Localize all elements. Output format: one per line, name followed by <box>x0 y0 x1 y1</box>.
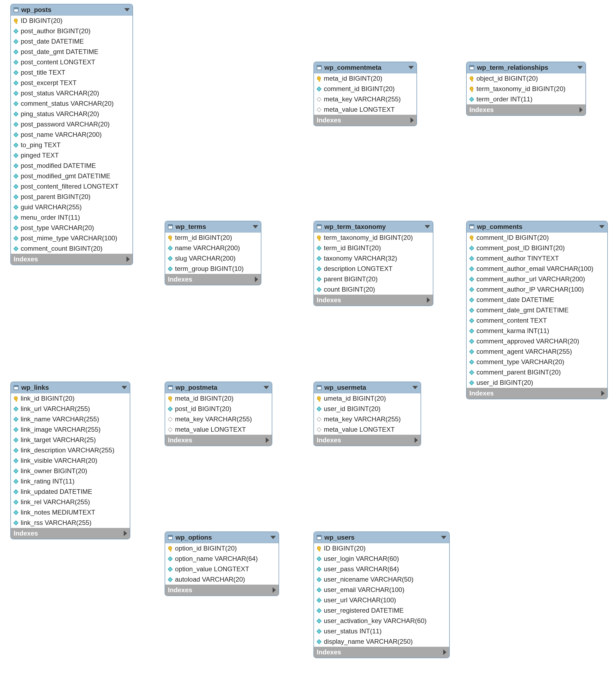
chevron-right-icon[interactable] <box>124 531 127 536</box>
column-row[interactable]: post_mime_type VARCHAR(100) <box>11 233 132 243</box>
column-row[interactable]: user_url VARCHAR(100) <box>314 595 449 605</box>
column-row[interactable]: post_modified DATETIME <box>11 160 132 171</box>
column-row[interactable]: link_owner BIGINT(20) <box>11 466 130 476</box>
column-row[interactable]: comment_author TINYTEXT <box>467 253 607 263</box>
indexes-bar[interactable]: Indexes <box>165 435 272 446</box>
column-row[interactable]: comment_id BIGINT(20) <box>314 84 416 94</box>
chevron-down-icon[interactable] <box>408 66 414 69</box>
column-row[interactable]: meta_id BIGINT(20) <box>165 393 272 404</box>
chevron-right-icon[interactable] <box>415 437 418 443</box>
column-row[interactable]: ID BIGINT(20) <box>11 15 132 26</box>
column-row[interactable]: comment_type VARCHAR(20) <box>467 357 607 367</box>
table-wp_posts[interactable]: wp_postsID BIGINT(20)post_author BIGINT(… <box>10 4 133 265</box>
column-row[interactable]: comment_approved VARCHAR(20) <box>467 336 607 346</box>
indexes-bar[interactable]: Indexes <box>467 104 586 115</box>
chevron-down-icon[interactable] <box>441 536 446 539</box>
column-row[interactable]: meta_value LONGTEXT <box>314 424 421 435</box>
column-row[interactable]: post_status VARCHAR(20) <box>11 88 132 98</box>
column-row[interactable]: comment_agent VARCHAR(255) <box>467 346 607 357</box>
chevron-right-icon[interactable] <box>443 650 446 655</box>
table-wp_links[interactable]: wp_linkslink_id BIGINT(20)link_url VARCH… <box>10 381 130 539</box>
indexes-bar[interactable]: Indexes <box>314 435 421 446</box>
column-row[interactable]: option_name VARCHAR(64) <box>165 554 279 564</box>
column-row[interactable]: term_order INT(11) <box>467 94 586 104</box>
indexes-bar[interactable]: Indexes <box>165 585 279 595</box>
column-row[interactable]: user_nicename VARCHAR(50) <box>314 574 449 585</box>
column-row[interactable]: comment_karma INT(11) <box>467 326 607 336</box>
column-row[interactable]: post_author BIGINT(20) <box>11 26 132 36</box>
column-row[interactable]: description LONGTEXT <box>314 263 433 274</box>
column-row[interactable]: name VARCHAR(200) <box>165 243 261 253</box>
column-row[interactable]: user_id BIGINT(20) <box>314 404 421 414</box>
column-row[interactable]: meta_key VARCHAR(255) <box>165 414 272 424</box>
table-header[interactable]: wp_posts <box>11 4 132 15</box>
column-row[interactable]: comment_post_ID BIGINT(20) <box>467 243 607 253</box>
column-row[interactable]: post_title TEXT <box>11 67 132 78</box>
table-header[interactable]: wp_postmeta <box>165 382 272 393</box>
chevron-down-icon[interactable] <box>264 386 269 389</box>
indexes-bar[interactable]: Indexes <box>165 274 261 285</box>
column-row[interactable]: meta_value LONGTEXT <box>165 424 272 435</box>
column-row[interactable]: comment_author_email VARCHAR(100) <box>467 263 607 274</box>
column-row[interactable]: link_target VARCHAR(25) <box>11 435 130 445</box>
column-row[interactable]: link_rss VARCHAR(255) <box>11 518 130 528</box>
chevron-down-icon[interactable] <box>271 536 276 539</box>
column-row[interactable]: post_parent BIGINT(20) <box>11 192 132 202</box>
column-row[interactable]: link_rating INT(11) <box>11 476 130 486</box>
column-row[interactable]: comment_count BIGINT(20) <box>11 243 132 254</box>
column-row[interactable]: meta_id BIGINT(20) <box>314 73 416 84</box>
column-row[interactable]: user_email VARCHAR(100) <box>314 585 449 595</box>
chevron-down-icon[interactable] <box>412 386 418 389</box>
column-row[interactable]: term_group BIGINT(10) <box>165 263 261 274</box>
column-row[interactable]: to_ping TEXT <box>11 140 132 150</box>
column-row[interactable]: user_activation_key VARCHAR(60) <box>314 616 449 626</box>
indexes-bar[interactable]: Indexes <box>314 647 449 658</box>
column-row[interactable]: comment_author_IP VARCHAR(100) <box>467 284 607 295</box>
column-row[interactable]: link_name VARCHAR(255) <box>11 414 130 424</box>
table-header[interactable]: wp_term_relationships <box>467 62 586 73</box>
column-row[interactable]: menu_order INT(11) <box>11 212 132 223</box>
column-row[interactable]: post_modified_gmt DATETIME <box>11 171 132 181</box>
column-row[interactable]: post_content_filtered LONGTEXT <box>11 181 132 192</box>
chevron-down-icon[interactable] <box>124 8 130 11</box>
table-header[interactable]: wp_comments <box>467 221 607 232</box>
column-row[interactable]: post_name VARCHAR(200) <box>11 129 132 140</box>
column-row[interactable]: ping_status VARCHAR(20) <box>11 109 132 119</box>
column-row[interactable]: link_id BIGINT(20) <box>11 393 130 404</box>
column-row[interactable]: user_registered DATETIME <box>314 605 449 616</box>
column-row[interactable]: link_updated DATETIME <box>11 486 130 497</box>
table-header[interactable]: wp_links <box>11 382 130 393</box>
column-row[interactable]: display_name VARCHAR(250) <box>314 637 449 647</box>
chevron-down-icon[interactable] <box>599 225 605 228</box>
table-wp_commentmeta[interactable]: wp_commentmetameta_id BIGINT(20)comment_… <box>313 62 417 126</box>
chevron-down-icon[interactable] <box>425 225 430 228</box>
chevron-right-icon[interactable] <box>266 437 269 443</box>
column-row[interactable]: comment_status VARCHAR(20) <box>11 98 132 109</box>
table-wp_terms[interactable]: wp_termsterm_id BIGINT(20)name VARCHAR(2… <box>165 221 262 286</box>
table-wp_postmeta[interactable]: wp_postmetameta_id BIGINT(20)post_id BIG… <box>165 381 272 446</box>
column-row[interactable]: user_pass VARCHAR(64) <box>314 564 449 574</box>
chevron-down-icon[interactable] <box>122 386 127 389</box>
chevron-right-icon[interactable] <box>601 390 605 396</box>
column-row[interactable]: post_content LONGTEXT <box>11 57 132 67</box>
table-wp_usermeta[interactable]: wp_usermetaumeta_id BIGINT(20)user_id BI… <box>313 381 421 446</box>
column-row[interactable]: comment_ID BIGINT(20) <box>467 232 607 243</box>
column-row[interactable]: link_rel VARCHAR(255) <box>11 497 130 507</box>
column-row[interactable]: comment_author_url VARCHAR(200) <box>467 274 607 284</box>
column-row[interactable]: post_date_gmt DATETIME <box>11 46 132 57</box>
column-row[interactable]: meta_key VARCHAR(255) <box>314 414 421 424</box>
column-row[interactable]: object_id BIGINT(20) <box>467 73 586 84</box>
column-row[interactable]: term_taxonomy_id BIGINT(20) <box>467 84 586 94</box>
column-row[interactable]: meta_key VARCHAR(255) <box>314 94 416 104</box>
column-row[interactable]: link_visible VARCHAR(20) <box>11 455 130 466</box>
indexes-bar[interactable]: Indexes <box>11 528 130 539</box>
column-row[interactable]: post_date DATETIME <box>11 36 132 46</box>
column-row[interactable]: option_id BIGINT(20) <box>165 543 279 554</box>
column-row[interactable]: post_id BIGINT(20) <box>165 404 272 414</box>
table-header[interactable]: wp_terms <box>165 221 261 232</box>
indexes-bar[interactable]: Indexes <box>467 388 607 399</box>
chevron-right-icon[interactable] <box>273 587 276 593</box>
column-row[interactable]: post_type VARCHAR(20) <box>11 223 132 233</box>
table-wp_comments[interactable]: wp_commentscomment_ID BIGINT(20)comment_… <box>466 221 608 399</box>
column-row[interactable]: count BIGINT(20) <box>314 284 433 295</box>
